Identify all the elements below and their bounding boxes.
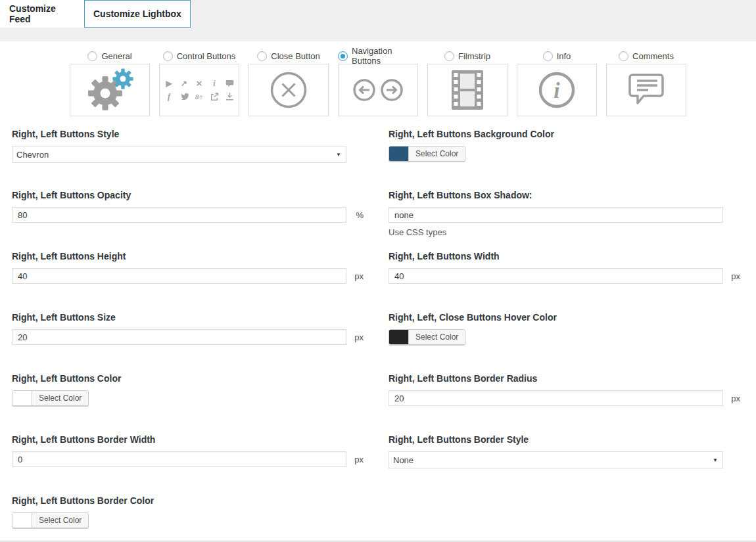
gears-icon bbox=[85, 68, 135, 112]
section-navigation-buttons: Navigation Buttons bbox=[338, 50, 418, 116]
field-border-radius: Right, Left Buttons Border Radius px bbox=[389, 373, 723, 434]
border-width-unit: px bbox=[354, 455, 364, 464]
radio-close-button-label: Close Button bbox=[271, 51, 319, 61]
control-buttons-icon: ▶ ↗ × i f bbox=[165, 79, 234, 101]
radio-comments[interactable] bbox=[619, 51, 628, 61]
opacity-input[interactable] bbox=[12, 207, 346, 223]
nav-arrows-icon bbox=[352, 78, 404, 102]
comment-bubble-icon bbox=[626, 72, 667, 108]
border-color-picker-button[interactable]: Select Color bbox=[12, 512, 89, 528]
navigation-buttons-icon-box bbox=[338, 64, 418, 116]
fullscreen-icon: ↗ bbox=[180, 79, 189, 87]
radio-general-label: General bbox=[101, 51, 131, 61]
opacity-unit: % bbox=[356, 210, 364, 220]
hover-color-swatch bbox=[389, 330, 409, 344]
radio-control-buttons-row[interactable]: Control Buttons bbox=[159, 50, 239, 62]
external-link-icon bbox=[210, 93, 219, 101]
general-icon-box bbox=[70, 64, 150, 116]
radio-info[interactable] bbox=[543, 51, 553, 61]
border-color-label: Right, Left Buttons Border Color bbox=[12, 495, 346, 506]
buttons-height-label: Right, Left Buttons Height bbox=[12, 251, 346, 261]
buttons-color-picker-label: Select Color bbox=[32, 391, 88, 405]
radio-comments-row[interactable]: Comments bbox=[606, 50, 686, 62]
field-buttons-width: Right, Left Buttons Width px bbox=[389, 251, 723, 312]
background-color-picker-button[interactable]: Select Color bbox=[389, 146, 465, 162]
play-icon: ▶ bbox=[165, 79, 174, 87]
border-style-select[interactable]: None bbox=[389, 451, 723, 468]
buttons-style-select[interactable]: Chevron bbox=[12, 146, 346, 163]
hover-color-picker-button[interactable]: Select Color bbox=[389, 329, 465, 345]
section-comments: Comments bbox=[606, 50, 686, 116]
field-border-color: Right, Left Buttons Border Color Select … bbox=[12, 495, 346, 542]
section-selector: General bbox=[0, 41, 756, 116]
radio-info-row[interactable]: Info bbox=[517, 50, 597, 62]
field-buttons-height: Right, Left Buttons Height px bbox=[12, 251, 346, 312]
close-button-icon-box bbox=[248, 64, 329, 116]
radio-info-label: Info bbox=[557, 51, 571, 61]
background-color-label: Right, Left Buttons Background Color bbox=[389, 129, 723, 139]
buttons-color-swatch bbox=[12, 391, 32, 405]
radio-filmstrip-row[interactable]: Filmstrip bbox=[427, 50, 508, 62]
background-color-picker-label: Select Color bbox=[409, 147, 465, 161]
tab-customize-feed[interactable]: Customize Feed bbox=[0, 0, 84, 28]
field-box-shadow: Right, Left Buttons Box Shadow: Use CSS … bbox=[389, 190, 723, 251]
radio-navigation-buttons-row[interactable]: Navigation Buttons bbox=[338, 50, 418, 62]
tab-customize-feed-label: Customize Feed bbox=[9, 3, 75, 24]
border-width-input[interactable] bbox=[12, 451, 346, 467]
radio-filmstrip[interactable] bbox=[444, 51, 454, 61]
buttons-style-label: Right, Left Buttons Style bbox=[12, 129, 346, 139]
radio-general-row[interactable]: General bbox=[70, 50, 150, 62]
buttons-color-picker-button[interactable]: Select Color bbox=[12, 390, 89, 406]
buttons-width-input[interactable] bbox=[389, 268, 723, 284]
info-icon-box: i bbox=[517, 64, 597, 116]
filmstrip-icon-box bbox=[427, 64, 508, 116]
settings-page: Customize Feed Customize Lightbox Genera… bbox=[0, 0, 756, 542]
field-buttons-color: Right, Left Buttons Color Select Color bbox=[12, 373, 346, 434]
section-control-buttons: Control Buttons ▶ ↗ × i bbox=[159, 50, 239, 116]
hover-color-picker-label: Select Color bbox=[409, 330, 465, 344]
tab-bar: Customize Feed Customize Lightbox bbox=[0, 0, 756, 28]
field-background-color: Right, Left Buttons Background Color Sel… bbox=[389, 129, 723, 190]
radio-close-button-row[interactable]: Close Button bbox=[248, 50, 329, 62]
buttons-width-unit: px bbox=[731, 271, 740, 281]
border-radius-unit: px bbox=[731, 394, 740, 403]
section-close-button: Close Button bbox=[248, 50, 329, 116]
buttons-size-input[interactable] bbox=[12, 329, 346, 345]
twitter-icon bbox=[180, 93, 189, 101]
radio-navigation-buttons[interactable] bbox=[338, 51, 348, 61]
field-buttons-style: Right, Left Buttons Style Chevron ▼ bbox=[12, 129, 346, 190]
radio-control-buttons[interactable] bbox=[163, 51, 173, 61]
opacity-label: Right, Left Buttons Opacity bbox=[12, 190, 346, 200]
section-general: General bbox=[70, 50, 150, 116]
box-shadow-hint: Use CSS types bbox=[389, 227, 723, 237]
border-style-label: Right, Left Buttons Border Style bbox=[389, 434, 723, 445]
buttons-width-label: Right, Left Buttons Width bbox=[389, 251, 723, 261]
close-circle-icon bbox=[268, 70, 309, 110]
buttons-height-unit: px bbox=[354, 271, 364, 281]
filmstrip-icon bbox=[447, 69, 488, 111]
googleplus-icon: 8+ bbox=[195, 93, 204, 101]
tab-customize-lightbox-label: Customize Lightbox bbox=[93, 9, 181, 19]
comments-icon-box bbox=[606, 64, 686, 116]
radio-filmstrip-label: Filmstrip bbox=[458, 51, 490, 61]
background-color-swatch bbox=[389, 147, 409, 161]
border-radius-input[interactable] bbox=[389, 390, 723, 406]
hover-color-label: Right, Left, Close Buttons Hover Color bbox=[389, 312, 723, 323]
radio-navigation-buttons-label: Navigation Buttons bbox=[352, 46, 418, 66]
lightbox-settings-panel: General bbox=[0, 41, 756, 541]
border-radius-label: Right, Left Buttons Border Radius bbox=[389, 373, 723, 384]
facebook-icon: f bbox=[165, 93, 174, 101]
radio-general[interactable] bbox=[87, 51, 97, 61]
settings-form: Right, Left Buttons Style Chevron ▼ Righ… bbox=[0, 116, 756, 542]
buttons-height-input[interactable] bbox=[12, 268, 346, 284]
section-filmstrip: Filmstrip bbox=[427, 50, 508, 116]
buttons-size-label: Right, Left Buttons Size bbox=[12, 312, 346, 323]
shuffle-icon: × bbox=[195, 79, 204, 87]
radio-close-button[interactable] bbox=[257, 51, 267, 61]
info-circle-icon: i bbox=[536, 70, 577, 110]
border-color-picker-label: Select Color bbox=[32, 513, 88, 528]
tab-customize-lightbox[interactable]: Customize Lightbox bbox=[84, 0, 191, 28]
field-hover-color: Right, Left, Close Buttons Hover Color S… bbox=[389, 312, 723, 373]
control-buttons-icon-box: ▶ ↗ × i f bbox=[159, 64, 239, 116]
box-shadow-input[interactable] bbox=[389, 207, 723, 223]
